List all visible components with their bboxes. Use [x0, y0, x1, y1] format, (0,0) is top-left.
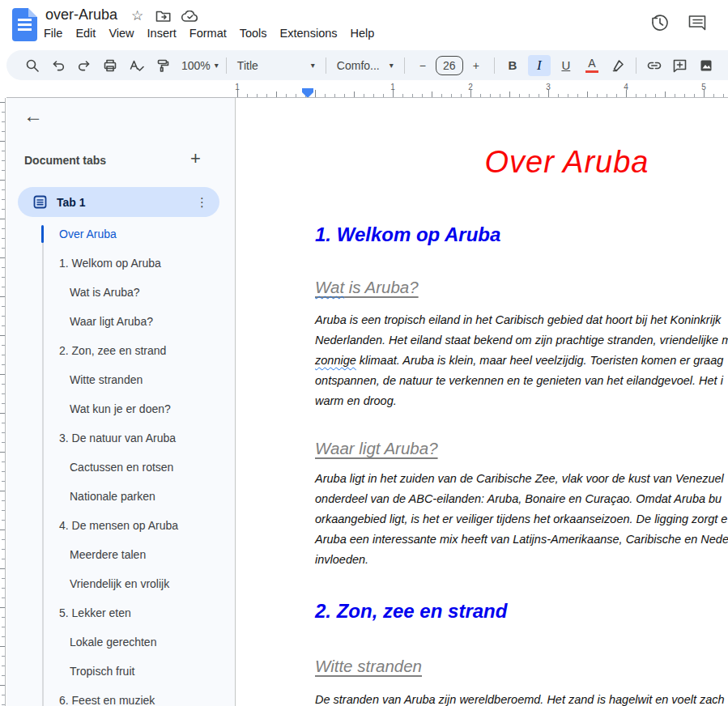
outline-item[interactable]: Lokale gerechten	[6, 627, 236, 657]
menu-item[interactable]: Insert	[141, 24, 183, 42]
zoom-select[interactable]: 100%▾	[181, 55, 219, 76]
heading-welkom: 1. Welkom op Aruba	[315, 223, 500, 246]
outline-item[interactable]: Cactussen en rotsen	[6, 453, 236, 482]
paint-format-icon[interactable]	[151, 55, 172, 76]
paragraph-3: De stranden van Aruba zijn wereldberoemd…	[315, 690, 725, 706]
font-size-input[interactable]: 26	[436, 56, 463, 75]
ruler-number: 3	[546, 83, 551, 91]
doc-title-text: Over Aruba	[236, 145, 728, 180]
outline-item[interactable]: 1. Welkom op Aruba	[6, 249, 236, 278]
menu-item[interactable]: View	[102, 24, 140, 42]
menu-item[interactable]: File	[37, 24, 69, 42]
toolbar-separator	[494, 57, 495, 74]
menu-item[interactable]: Tools	[233, 24, 274, 42]
subheading-wat-is-aruba: Wat is Aruba?	[315, 278, 419, 297]
star-icon[interactable]: ☆	[131, 7, 143, 24]
tab-document-icon	[33, 195, 47, 209]
cloud-saved-icon[interactable]	[181, 11, 199, 23]
outline-item[interactable]: Wat kun je er doen?	[6, 394, 236, 423]
bold-button[interactable]: B	[502, 55, 523, 76]
tab-options-kebab-icon[interactable]: ⋮	[196, 195, 208, 210]
toolbar: 100%▾ Title▾ Comfo...▾ − 26 + B I U A	[6, 50, 728, 80]
document-outline: Over Aruba1. Welkom op ArubaWat is Aruba…	[6, 219, 236, 706]
subheading-waar-ligt-aruba: Waar ligt Aruba?	[315, 439, 438, 458]
outline-item[interactable]: Witte stranden	[6, 365, 236, 394]
back-arrow-icon[interactable]: ←	[23, 104, 43, 127]
ruler-number: 4	[624, 83, 628, 91]
document-tabs-sidebar: ← Document tabs + Tab 1 ⋮ Over Aruba1. W…	[6, 98, 236, 706]
red-color-bar	[585, 70, 598, 73]
outline-item[interactable]: Vriendelijk en vrolijk	[6, 569, 236, 598]
toolbar-separator	[326, 57, 326, 74]
paragraph-2: Aruba ligt in het zuiden van de Caribisc…	[315, 469, 728, 570]
heading-zon-zee-strand: 2. Zon, zee en strand	[315, 600, 507, 623]
outline-item[interactable]: Tropisch fruit	[6, 657, 236, 686]
version-history-icon[interactable]	[649, 12, 671, 33]
vertical-ruler[interactable]	[0, 98, 6, 706]
google-docs-logo-icon[interactable]	[12, 8, 37, 41]
text-color-button[interactable]: A	[581, 55, 602, 76]
toolbar-separator	[636, 57, 636, 74]
menu-item[interactable]: Help	[344, 24, 381, 42]
document-title[interactable]: over-Aruba	[45, 6, 117, 23]
app-header: over-Aruba ☆ FileEditViewInsertFormatToo…	[0, 0, 728, 50]
ruler-number: 1	[235, 83, 240, 91]
document-page[interactable]: Over Aruba 1. Welkom op Aruba Wat is Aru…	[236, 98, 728, 706]
tab-1-item[interactable]: Tab 1 ⋮	[18, 187, 219, 217]
menu-item[interactable]: Extensions	[274, 24, 344, 42]
misspelled-word: Wat	[315, 278, 344, 296]
chevron-down-icon: ▾	[390, 61, 394, 70]
menu-item[interactable]: Edit	[69, 24, 102, 42]
open-comments-icon[interactable]	[687, 12, 709, 33]
outline-item[interactable]: 4. De mensen op Aruba	[6, 511, 236, 540]
document-tabs-heading: Document tabs	[24, 154, 106, 167]
insert-image-icon[interactable]	[696, 55, 717, 76]
outline-item[interactable]: Waar ligt Aruba?	[6, 307, 236, 336]
undo-icon[interactable]	[48, 55, 69, 76]
spelling-check-icon[interactable]	[126, 55, 147, 76]
outline-item[interactable]: Wat is Aruba?	[6, 278, 236, 307]
add-comment-icon[interactable]	[670, 55, 691, 76]
outline-item[interactable]: Nationale parken	[6, 482, 236, 511]
outline-item[interactable]: Meerdere talen	[6, 540, 236, 569]
insert-link-icon[interactable]	[644, 55, 665, 76]
highlight-color-icon[interactable]	[607, 55, 628, 76]
increase-font-size-button[interactable]: +	[466, 55, 487, 76]
indent-marker[interactable]	[302, 88, 313, 92]
italic-button-active[interactable]: I	[528, 55, 551, 76]
outline-item[interactable]: 5. Lekker eten	[6, 598, 236, 627]
horizontal-ruler[interactable]: 112345	[229, 81, 728, 98]
ruler-number: 5	[701, 83, 706, 91]
font-select[interactable]: Comfo...▾	[334, 55, 397, 76]
toolbar-separator	[226, 57, 227, 74]
ruler-number: 1	[390, 83, 395, 91]
move-to-folder-icon[interactable]	[155, 10, 172, 23]
misspelled-word: zonnige	[315, 354, 356, 367]
redo-icon[interactable]	[74, 55, 95, 76]
menu-item[interactable]: Format	[183, 24, 233, 42]
add-tab-button[interactable]: +	[190, 148, 201, 169]
subheading-witte-stranden: Witte stranden	[315, 657, 422, 676]
paragraph-style-select[interactable]: Title▾	[234, 55, 318, 76]
chevron-down-icon: ▾	[215, 61, 219, 70]
ruler-number: 2	[468, 83, 473, 91]
menu-bar: FileEditViewInsertFormatToolsExtensionsH…	[37, 24, 381, 42]
paragraph-1: Aruba is een tropisch eiland in het Cari…	[315, 310, 728, 411]
underline-button[interactable]: U	[556, 55, 577, 76]
outline-item[interactable]: 6. Feest en muziek	[6, 686, 236, 706]
search-menus-icon[interactable]	[22, 55, 43, 76]
decrease-font-size-button[interactable]: −	[412, 55, 433, 76]
outline-item[interactable]: Over Aruba	[6, 219, 236, 249]
chevron-down-icon: ▾	[311, 61, 315, 70]
print-icon[interactable]	[100, 55, 121, 76]
toolbar-separator	[404, 57, 405, 74]
tab-label: Tab 1	[57, 196, 86, 209]
outline-item[interactable]: 2. Zon, zee en strand	[6, 336, 236, 365]
outline-item[interactable]: 3. De natuur van Aruba	[6, 423, 236, 453]
